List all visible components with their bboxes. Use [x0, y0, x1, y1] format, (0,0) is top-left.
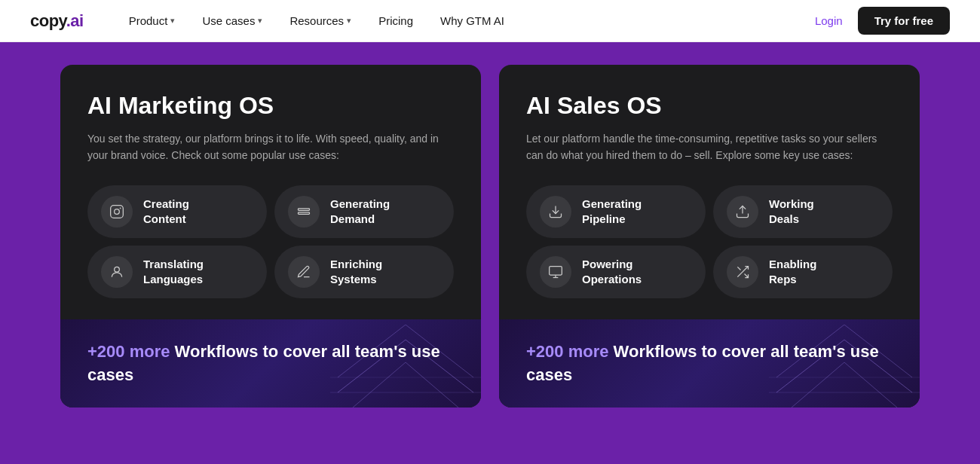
svg-point-1 — [115, 209, 120, 214]
nav-why-gtm[interactable]: Why GTM AI — [440, 14, 504, 27]
sales-highlight: +200 more — [526, 342, 608, 361]
nav-product[interactable]: Product ▾ — [129, 14, 176, 27]
shuffle-icon — [727, 256, 758, 288]
use-case-generating-pipeline[interactable]: GeneratingPipeline — [526, 185, 706, 238]
marketing-card: AI Marketing OS You set the strategy, ou… — [60, 65, 481, 408]
marketing-desc: You set the strategy, our platform bring… — [87, 130, 449, 164]
use-case-generating-demand[interactable]: GeneratingDemand — [274, 185, 454, 238]
svg-point-5 — [115, 267, 120, 272]
try-free-button[interactable]: Try for free — [858, 7, 950, 35]
nav-pricing[interactable]: Pricing — [378, 14, 413, 27]
sales-card-bottom: +200 more Workflows to cover all team's … — [499, 319, 920, 408]
marketing-bottom-text: +200 more Workflows to cover all team's … — [87, 340, 454, 387]
creating-content-label: CreatingContent — [143, 197, 189, 226]
main-area: AI Marketing OS You set the strategy, ou… — [0, 42, 980, 438]
chevron-down-icon: ▾ — [170, 16, 175, 26]
layers-icon — [288, 196, 320, 227]
sales-title: AI Sales OS — [526, 92, 893, 120]
use-case-enriching-systems[interactable]: EnrichingSystems — [274, 246, 454, 298]
sales-bottom-text: +200 more Workflows to cover all team's … — [526, 340, 893, 387]
navbar: copy.ai Product ▾ Use cases ▾ Resources … — [0, 0, 980, 42]
nav-links: Product ▾ Use cases ▾ Resources ▾ Pricin… — [129, 14, 815, 27]
use-case-creating-content[interactable]: CreatingContent — [87, 185, 267, 238]
instagram-icon — [101, 196, 133, 227]
nav-right: Login Try for free — [815, 7, 950, 35]
svg-rect-8 — [550, 266, 562, 275]
generating-demand-label: GeneratingDemand — [330, 197, 390, 226]
marketing-card-bottom: +200 more Workflows to cover all team's … — [60, 319, 481, 408]
nav-use-cases[interactable]: Use cases ▾ — [202, 14, 262, 27]
login-button[interactable]: Login — [815, 14, 843, 27]
sales-desc: Let our platform handle the time-consumi… — [526, 130, 888, 164]
translating-languages-label: TranslatingLanguages — [143, 257, 204, 286]
sales-use-cases: GeneratingPipeline WorkingDeals Powering… — [526, 185, 893, 298]
marketing-use-cases: CreatingContent GeneratingDemand Transla… — [87, 185, 454, 298]
svg-rect-4 — [299, 212, 310, 215]
use-case-translating-languages[interactable]: TranslatingLanguages — [87, 246, 267, 298]
use-case-enabling-reps[interactable]: EnablingReps — [713, 246, 893, 298]
nav-resources[interactable]: Resources ▾ — [289, 14, 351, 27]
chevron-down-icon: ▾ — [258, 16, 262, 26]
svg-line-13 — [737, 267, 740, 270]
svg-rect-0 — [111, 205, 124, 218]
logo[interactable]: copy.ai — [30, 11, 84, 31]
use-case-powering-operations[interactable]: PoweringOperations — [526, 246, 706, 298]
powering-operations-label: PoweringOperations — [582, 257, 642, 286]
chevron-down-icon: ▾ — [347, 16, 351, 26]
use-case-working-deals[interactable]: WorkingDeals — [713, 185, 893, 238]
svg-rect-3 — [299, 209, 310, 211]
monitor-icon — [540, 256, 571, 288]
svg-point-2 — [120, 207, 121, 209]
user-icon — [101, 256, 133, 288]
enriching-systems-label: EnrichingSystems — [330, 257, 382, 286]
working-deals-label: WorkingDeals — [769, 197, 814, 226]
marketing-highlight: +200 more — [87, 342, 170, 361]
edit-icon — [288, 256, 320, 288]
sales-card: AI Sales OS Let our platform handle the … — [499, 65, 920, 408]
download-icon — [540, 196, 571, 227]
generating-pipeline-label: GeneratingPipeline — [582, 197, 642, 226]
upload-icon — [727, 196, 758, 227]
enabling-reps-label: EnablingReps — [769, 257, 816, 286]
cards-grid: AI Marketing OS You set the strategy, ou… — [60, 65, 920, 408]
marketing-title: AI Marketing OS — [87, 92, 454, 120]
svg-line-12 — [745, 273, 749, 277]
